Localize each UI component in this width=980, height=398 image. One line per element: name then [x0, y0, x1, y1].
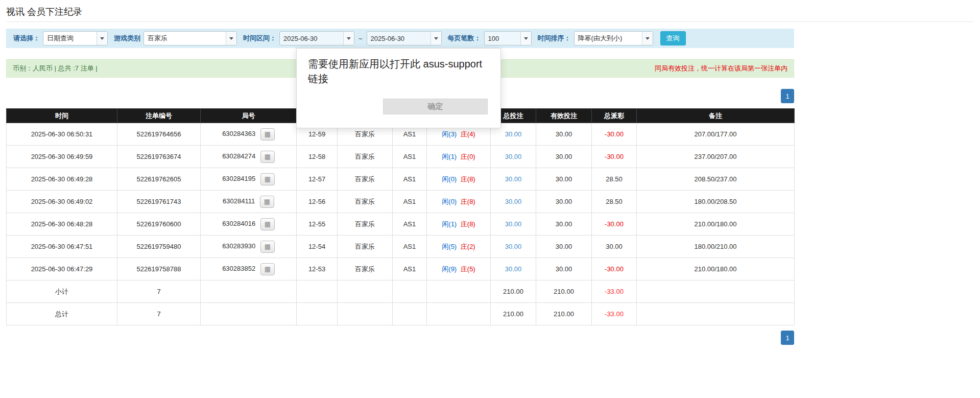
summary-valid-bet: 210.00	[536, 303, 592, 325]
round-no-text: 630283852	[222, 265, 255, 272]
query-type-label: 请选择：	[13, 34, 40, 43]
page-size-select[interactable]	[484, 31, 532, 45]
date-to-dropdown-button[interactable]	[431, 32, 441, 45]
page-1-button[interactable]: 1	[781, 89, 794, 103]
banker-score: 庄(8)	[461, 198, 475, 205]
cell-round-no: 630284274 ▦	[201, 146, 297, 168]
cell-bet-no: 522619762605	[117, 168, 201, 191]
cell-shoe: 12-55	[297, 213, 338, 236]
cell-shoe: 12-56	[297, 191, 338, 213]
view-roadmap-button[interactable]: ▦	[260, 241, 275, 253]
summary-row: 总计 7 210.00 210.00 -33.00	[7, 303, 795, 325]
cell-valid-bet: 30.00	[536, 258, 592, 280]
title-divider	[6, 21, 974, 22]
search-button[interactable]: 查询	[660, 31, 686, 45]
summary-empty-cell	[393, 303, 427, 325]
dialog-message: 需要使用新应用以打开此 asus-support 链接	[297, 49, 500, 86]
view-roadmap-button[interactable]: ▦	[260, 151, 275, 163]
total-bet-link[interactable]: 30.00	[505, 220, 522, 228]
player-score: 闲(0)	[442, 175, 457, 183]
page-size-dropdown-button[interactable]	[520, 32, 531, 45]
summary-label: 小计	[7, 280, 117, 303]
summary-count: 7	[117, 280, 201, 303]
cell-valid-bet: 30.00	[536, 213, 592, 236]
summary-count: 7	[117, 303, 201, 325]
table-row: 2025-06-30 06:47:29 522619758788 6302838…	[7, 258, 795, 280]
chevron-down-icon	[434, 37, 438, 40]
cell-total-bet: 30.00	[491, 213, 536, 236]
confirm-button[interactable]: 确定	[383, 99, 488, 114]
cell-valid-bet: 30.00	[536, 236, 592, 258]
game-type-input[interactable]	[144, 32, 226, 45]
cell-game: 百家乐	[338, 213, 393, 236]
date-from-dropdown-button[interactable]	[343, 32, 354, 45]
date-from-input[interactable]	[280, 32, 343, 45]
cell-table: AS1	[393, 258, 427, 280]
cell-total-bet: 30.00	[491, 168, 536, 191]
page: 视讯 会员下注纪录 请选择： 游戏类别 时间区间： ~	[0, 0, 980, 398]
cell-bet-no: 522619764656	[117, 123, 201, 146]
sort-order-select[interactable]	[574, 31, 653, 45]
player-score: 闲(0)	[442, 198, 457, 205]
sort-order-input[interactable]	[575, 32, 642, 45]
cell-total-bet: 30.00	[491, 258, 536, 280]
summary-empty-cell	[338, 303, 393, 325]
cell-payout: -30.00	[592, 258, 637, 280]
query-type-select[interactable]	[43, 31, 108, 45]
chevron-down-icon	[524, 37, 528, 40]
page-size-input[interactable]	[485, 32, 520, 45]
cell-remark: 207.00/177.00	[637, 123, 795, 146]
page-title: 视讯 会员下注纪录	[6, 6, 974, 17]
view-roadmap-button[interactable]: ▦	[260, 128, 275, 141]
cell-round-no: 630284363 ▦	[201, 123, 297, 146]
query-type-dropdown-button[interactable]	[97, 32, 107, 45]
chevron-down-icon	[347, 37, 351, 40]
view-roadmap-button[interactable]: ▦	[260, 218, 275, 230]
total-bet-link[interactable]: 30.00	[505, 198, 522, 205]
page-1-button[interactable]: 1	[781, 331, 794, 345]
cell-bet-no: 522619760600	[117, 213, 201, 236]
roadmap-icon: ▦	[265, 265, 271, 273]
banker-score: 庄(4)	[461, 130, 475, 138]
game-type-select[interactable]	[144, 31, 237, 45]
view-roadmap-button[interactable]: ▦	[260, 263, 275, 275]
date-to-picker[interactable]	[367, 31, 442, 45]
round-no-text: 630284274	[222, 152, 255, 160]
banker-score: 庄(8)	[461, 220, 475, 228]
player-score: 闲(1)	[442, 220, 457, 228]
header-remark: 备注	[637, 109, 795, 123]
date-to-input[interactable]	[367, 32, 431, 45]
query-type-input[interactable]	[43, 32, 97, 45]
cell-round-no: 630284016 ▦	[201, 213, 297, 236]
total-bet-link[interactable]: 30.00	[505, 175, 522, 183]
game-type-dropdown-button[interactable]	[226, 32, 236, 45]
view-roadmap-button[interactable]: ▦	[260, 196, 274, 208]
sort-order-dropdown-button[interactable]	[642, 32, 653, 45]
game-type-label: 游戏类别	[114, 34, 140, 43]
cell-payout: -30.00	[592, 146, 637, 168]
cell-shoe: 12-53	[297, 258, 338, 280]
cell-result: 闲(5) 庄(2)	[427, 236, 491, 258]
header-round-no: 局号	[201, 109, 297, 123]
table-row: 2025-06-30 06:49:28 522619762605 6302841…	[7, 168, 795, 191]
table-footer: 小计 7 210.00 210.00 -33.00 总计 7 210.00 21…	[7, 280, 795, 325]
cell-remark: 208.50/237.00	[637, 168, 795, 191]
cell-payout: -30.00	[592, 213, 637, 236]
records-table: 时间 注单编号 局号 总投注 有效投注 总派彩 备注 2025-06-30 06…	[6, 108, 795, 325]
total-bet-link[interactable]: 30.00	[505, 153, 522, 160]
roadmap-icon: ▦	[265, 220, 271, 228]
round-no-text: 630283930	[222, 242, 255, 250]
cell-remark: 237.00/207.00	[637, 146, 795, 168]
header-bet-no: 注单编号	[117, 109, 201, 123]
cell-time: 2025-06-30 06:49:02	[7, 191, 117, 213]
total-bet-link[interactable]: 30.00	[505, 130, 522, 138]
date-from-picker[interactable]	[279, 31, 354, 45]
summary-empty-cell	[427, 303, 491, 325]
total-bet-link[interactable]: 30.00	[505, 243, 522, 250]
total-bet-link[interactable]: 30.00	[505, 265, 522, 273]
view-roadmap-button[interactable]: ▦	[260, 173, 275, 185]
player-score: 闲(9)	[442, 265, 457, 273]
cell-payout: -30.00	[592, 123, 637, 146]
pagination-bottom: 1	[6, 331, 794, 345]
cell-round-no: 630284111 ▦	[201, 191, 297, 213]
